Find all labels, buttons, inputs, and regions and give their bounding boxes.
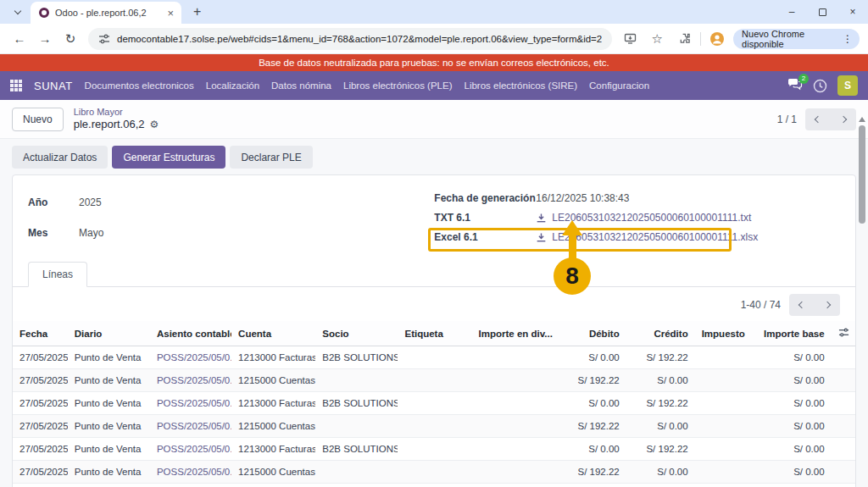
col-importe-base[interactable]: Importe base xyxy=(749,321,831,346)
browser-menu-icon[interactable]: ⋮ xyxy=(839,33,856,45)
cell-cuenta: 1213000 Facturas... xyxy=(231,346,315,369)
reload-button[interactable]: ↻ xyxy=(59,28,81,50)
actualizar-datos-button[interactable]: Actualizar Datos xyxy=(12,146,108,169)
list-pager-count: 1-40 / 74 xyxy=(741,299,781,311)
cell-asiento-link[interactable]: POSS/2025/05/0... xyxy=(150,392,231,415)
cell-credito: S/ 0.00 xyxy=(626,461,695,484)
col-debito[interactable]: Débito xyxy=(553,321,626,346)
profile-icon[interactable] xyxy=(706,28,728,50)
cell-credito: S/ 192.22 xyxy=(626,392,695,415)
cell-etiqueta xyxy=(398,369,471,392)
table-row[interactable]: 27/05/2025 Punto de Venta POSS/2025/05/0… xyxy=(13,438,855,461)
cell-diario: Punto de Venta xyxy=(68,346,150,369)
scrollbar-thumb[interactable] xyxy=(859,125,865,224)
cell-asiento-link[interactable]: POSS/2025/05/0... xyxy=(150,461,231,484)
menu-configuracion[interactable]: Configuracion xyxy=(589,80,649,91)
col-credito[interactable]: Crédito xyxy=(626,321,695,346)
scrollbar-up-icon[interactable] xyxy=(859,117,865,122)
record-pager-prev-button[interactable] xyxy=(805,108,831,130)
chevron-right-icon xyxy=(840,115,847,122)
cell-cuenta: 1213000 Facturas... xyxy=(231,438,315,461)
window-close-button[interactable]: × xyxy=(837,0,868,24)
table-row[interactable]: 27/05/2025 Punto de Venta POSS/2025/05/0… xyxy=(13,392,855,415)
download-icon xyxy=(536,232,547,243)
menu-documentos-electronicos[interactable]: Documentos electronicos xyxy=(85,80,194,91)
txt-download-link[interactable]: LE2060531032120250500060100001111.txt xyxy=(536,212,758,224)
site-settings-icon[interactable] xyxy=(98,33,110,45)
record-pager-count: 1 / 1 xyxy=(777,113,797,125)
col-etiqueta[interactable]: Etiqueta xyxy=(398,321,471,346)
cell-asiento-link[interactable]: POSS/2025/05/0... xyxy=(150,369,231,392)
excel-download-link[interactable]: LE2060531032120250500060100001111.xlsx xyxy=(536,231,758,243)
new-record-button[interactable]: Nuevo xyxy=(12,108,64,131)
tab-search-button[interactable] xyxy=(7,3,29,21)
cell-impuesto xyxy=(695,369,750,392)
table-row[interactable]: 27/05/2025 Punto de Venta POSS/2025/05/0… xyxy=(13,346,855,369)
col-importe-div[interactable]: Importe en div... xyxy=(472,321,553,346)
col-asiento[interactable]: Asiento contable xyxy=(150,321,231,346)
cell-asiento-link[interactable]: POSS/2025/05/0... xyxy=(150,415,231,438)
tab-close-icon[interactable]: × xyxy=(164,7,176,19)
cell-importe-div xyxy=(472,369,553,392)
menu-libros-ple[interactable]: Libros electrónicos (PLE) xyxy=(343,80,452,91)
table-row[interactable]: 27/05/2025 Punto de Venta POSS/2025/05/0… xyxy=(13,461,855,484)
cell-etiqueta xyxy=(398,346,471,369)
download-icon xyxy=(536,213,547,224)
test-database-banner: Base de datos neutralizada para pruebas:… xyxy=(0,54,868,71)
cell-asiento-link[interactable]: POSS/2025/05/0... xyxy=(150,438,231,461)
cell-etiqueta xyxy=(398,415,471,438)
menu-libros-sire[interactable]: Libros electrónicos (SIRE) xyxy=(464,80,577,91)
col-socio[interactable]: Socio xyxy=(315,321,398,346)
list-pager-next-button[interactable] xyxy=(815,294,840,316)
table-row[interactable]: 27/05/2025 Punto de Venta POSS/2025/05/0… xyxy=(13,415,855,438)
extensions-icon[interactable] xyxy=(673,28,695,50)
col-fecha[interactable]: Fecha xyxy=(13,321,68,346)
window-controls: – × xyxy=(776,0,868,24)
menu-localizacion[interactable]: Localización xyxy=(206,80,259,91)
brand-sunat[interactable]: SUNAT xyxy=(34,80,73,92)
browser-titlebar: Odoo - ple.report.06,2 × + – × xyxy=(0,0,868,24)
menu-datos-nomina[interactable]: Datos nómina xyxy=(271,80,331,91)
cell-diario: Punto de Venta xyxy=(68,461,150,484)
tab-title: Odoo - ple.report.06,2 xyxy=(55,8,159,18)
cell-importe-div xyxy=(472,461,553,484)
url-bar[interactable]: democontable17.solse.pe/web#cids=1&menu_… xyxy=(88,28,612,50)
messages-badge: 2 xyxy=(798,74,809,84)
chrome-update-chip[interactable]: Nuevo Chrome disponible ⋮ xyxy=(733,29,860,49)
cell-fecha: 27/05/2025 xyxy=(13,346,68,369)
cell-asiento-link[interactable]: POSS/2025/05/0... xyxy=(150,346,231,369)
generar-estructuras-button[interactable]: Generar Estructuras xyxy=(112,146,225,169)
activities-clock-icon[interactable] xyxy=(813,79,827,93)
new-tab-button[interactable]: + xyxy=(188,4,206,19)
declarar-ple-button[interactable]: Declarar PLE xyxy=(230,146,312,169)
actions-gear-icon[interactable]: ⚙ xyxy=(150,119,159,131)
window-restore-button[interactable] xyxy=(807,0,837,24)
cell-importe-div xyxy=(472,415,553,438)
user-avatar[interactable]: S xyxy=(837,75,858,96)
col-cuenta[interactable]: Cuenta xyxy=(231,321,315,346)
browser-tab[interactable]: Odoo - ple.report.06,2 × xyxy=(31,2,181,24)
col-impuesto[interactable]: Impuesto xyxy=(695,321,750,346)
page-scrollbar[interactable] xyxy=(857,117,867,487)
tab-lineas[interactable]: Líneas xyxy=(28,262,87,287)
messages-button[interactable]: 2 xyxy=(787,78,803,94)
breadcrumb-parent[interactable]: Libro Mayor xyxy=(74,107,159,119)
generation-fields: Fecha de generación 16/12/2025 10:38:43 … xyxy=(434,192,758,243)
month-value[interactable]: Mayo xyxy=(79,227,103,239)
record-pager-next-button[interactable] xyxy=(831,108,856,130)
cell-spacer xyxy=(832,461,855,484)
back-button[interactable]: ← xyxy=(8,28,31,50)
list-pager-prev-button[interactable] xyxy=(789,294,815,316)
apps-menu-icon[interactable] xyxy=(10,80,22,91)
forward-button[interactable]: → xyxy=(34,28,56,50)
table-row[interactable]: 27/05/2025 Punto de Venta POSS/2025/05/0… xyxy=(13,369,855,392)
cell-debito: S/ 192.22 xyxy=(553,415,626,438)
window-minimize-button[interactable]: – xyxy=(776,0,807,24)
cell-impuesto xyxy=(695,392,750,415)
bookmark-star-icon[interactable]: ☆ xyxy=(646,28,668,50)
year-value[interactable]: 2025 xyxy=(79,196,103,208)
optional-columns-button[interactable] xyxy=(832,321,855,346)
col-diario[interactable]: Diario xyxy=(68,321,150,346)
form-sheet: Año 2025 Mes Mayo Fecha de generación 16… xyxy=(12,174,856,487)
install-icon[interactable] xyxy=(619,28,641,50)
